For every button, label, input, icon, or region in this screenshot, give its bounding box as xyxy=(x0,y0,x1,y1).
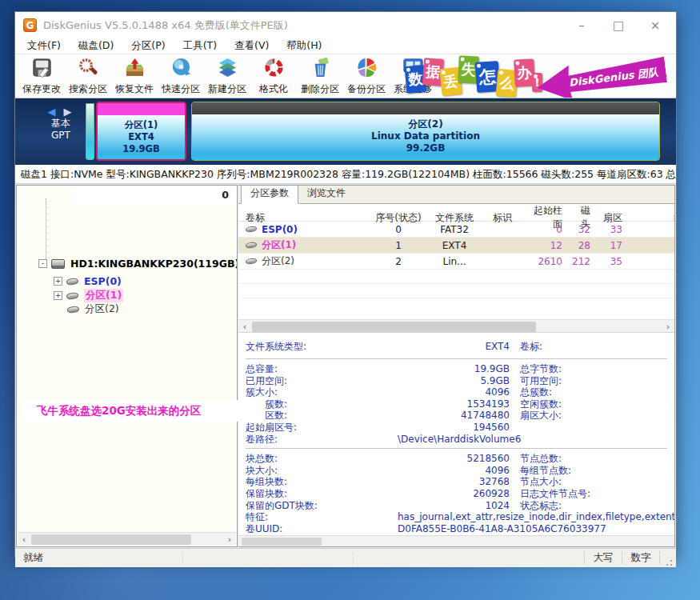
detail-label: 已用空间: xyxy=(246,375,359,387)
detail-value: 1534193 xyxy=(359,398,510,410)
tree-item-disk[interactable]: - HD1:KINGBANKKP230(119GB) xyxy=(38,258,238,270)
cell-head: 32 xyxy=(569,224,597,235)
nav-forward-icon[interactable]: ▶ xyxy=(64,106,74,118)
close-button[interactable]: × xyxy=(639,15,671,36)
filesystem-details: 文件系统类型: EXT4 卷标: 总容量:19.9GB总字节数: 已用空间:5.… xyxy=(238,333,674,546)
menu-item-help[interactable]: 帮助(H) xyxy=(278,39,330,53)
scroll-thumb[interactable] xyxy=(31,534,191,545)
format-button[interactable]: 格式化 xyxy=(250,55,297,97)
banner-tile: ! xyxy=(532,73,542,92)
main-area: 0 - HD1:KINGBANKKP230(119GB) + ESP(0) + … xyxy=(15,184,676,548)
cell-sector: 33 xyxy=(597,224,629,235)
detail-row: 保留块数:260928日志文件节点号: xyxy=(246,488,667,500)
detail-label: 卷路径: xyxy=(246,434,359,446)
detail-row: 簇大小:4096总簇数: xyxy=(246,386,667,398)
toolbar-label: 备份分区 xyxy=(347,82,386,96)
scroll-thumb[interactable] xyxy=(242,538,322,546)
scroll-right-icon[interactable]: › xyxy=(662,321,674,333)
tab-browse-files[interactable]: 浏览文件 xyxy=(298,185,354,203)
promo-banner[interactable]: 数 据 丢 失 怎 么 办 ! DiskGenius 团队 xyxy=(406,54,676,98)
table-horizontal-scrollbar[interactable]: ‹ › xyxy=(238,319,674,333)
detail-label: 节点总数: xyxy=(520,453,562,465)
cell-startcyl: 0 xyxy=(522,224,569,235)
detail-label: 卷UUID: xyxy=(246,523,359,535)
table-row-partition1[interactable]: 分区(1) 1 EXT4 12 28 17 xyxy=(238,238,674,254)
disk-tree-panel: 0 - HD1:KINGBANKKP230(119GB) + ESP(0) + … xyxy=(16,185,238,547)
partition-block-esp[interactable] xyxy=(86,103,94,160)
tree-item-partition2[interactable]: 分区(2) xyxy=(67,302,119,316)
disk-icon xyxy=(51,259,65,269)
nav-back-icon[interactable]: ◀ xyxy=(47,106,58,118)
toolbar-label: 恢复文件 xyxy=(115,82,154,96)
detail-row-fstype: 文件系统类型: EXT4 卷标: xyxy=(246,338,667,355)
menu-item-disk[interactable]: 磁盘(D) xyxy=(70,39,122,53)
cell-fs: FAT32 xyxy=(426,224,482,235)
detail-row: 卷路径:\Device\HarddiskVolume6 xyxy=(246,434,667,446)
tree-horizontal-scrollbar[interactable]: ‹ › xyxy=(18,532,236,546)
toolbar-label: 格式化 xyxy=(259,82,288,96)
scheme-label-line2: GPT xyxy=(38,130,84,142)
scroll-left-icon[interactable]: ‹ xyxy=(18,534,30,546)
tree-item-esp[interactable]: + ESP(0) xyxy=(54,275,122,287)
menu-item-view[interactable]: 查看(V) xyxy=(226,39,278,53)
partition-detail-panel: 分区参数 浏览文件 卷标 序号(状态) 文件系统 标识 起始柱面 磁头 扇区 结… xyxy=(238,185,675,547)
scroll-left-icon[interactable]: ‹ xyxy=(238,321,251,333)
table-row-partition2[interactable]: 分区(2) 2 Lin... 2610 212 35 xyxy=(238,254,674,270)
detail-value: 32768 xyxy=(359,476,510,488)
cell-fs: EXT4 xyxy=(426,240,482,251)
cell-fs: Lin... xyxy=(426,256,482,267)
cell-head: 28 xyxy=(569,240,597,251)
detail-value: \Device\HarddiskVolume6 xyxy=(398,434,521,446)
backup-partition-button[interactable]: 备份分区 xyxy=(343,55,390,97)
maximize-button[interactable]: □ xyxy=(602,15,634,36)
table-row-esp[interactable]: ESP(0) 0 FAT32 0 32 33 xyxy=(238,222,674,238)
detail-row: 总扇区数:41748480扇区大小: xyxy=(246,410,667,422)
menu-item-tools[interactable]: 工具(T) xyxy=(174,39,226,53)
cell-index: 0 xyxy=(370,224,426,235)
detail-row: 已用空间:5.9GB可用空间: xyxy=(246,375,667,387)
detail-label: 特征: xyxy=(246,511,359,523)
detail-label: 文件系统类型: xyxy=(246,338,359,355)
expand-icon[interactable]: + xyxy=(54,291,62,300)
detail-label: 总字节数: xyxy=(520,363,562,375)
titlebar: G DiskGenius V5.5.0.1488 x64 免费版(单文件PE版)… xyxy=(15,12,676,38)
resize-grip[interactable] xyxy=(663,557,674,567)
collapse-icon[interactable]: - xyxy=(38,259,47,268)
tree-item-partition1[interactable]: + 分区(1) xyxy=(54,289,123,302)
partition-block-2[interactable]: 分区(2) Linux Data partition 99.2GB xyxy=(191,102,660,161)
partition-block-1[interactable]: 分区(1) EXT4 19.9GB xyxy=(96,102,186,161)
detail-value: 260928 xyxy=(359,488,510,500)
save-changes-button[interactable]: 保存更改 xyxy=(18,55,65,97)
minimize-button[interactable]: – xyxy=(566,15,598,36)
new-partition-button[interactable]: 新建分区 xyxy=(204,55,250,97)
partition-name: 分区(2) xyxy=(408,118,442,130)
details-horizontal-scrollbar[interactable] xyxy=(238,535,674,546)
menu-item-partition[interactable]: 分区(P) xyxy=(122,39,174,53)
recover-files-button[interactable]: 恢复文件 xyxy=(111,55,158,97)
scroll-thumb[interactable] xyxy=(252,322,536,332)
detail-label: 每组节点数: xyxy=(520,465,571,477)
tab-partition-params[interactable]: 分区参数 xyxy=(241,185,298,204)
menu-item-file[interactable]: 文件(F) xyxy=(18,39,70,53)
new-partition-icon xyxy=(217,57,238,82)
detail-value: 4096 xyxy=(359,465,510,477)
detail-row: 已用簇数:1534193空闲簇数: xyxy=(246,398,667,410)
search-partition-button[interactable]: 搜索分区 xyxy=(65,55,111,97)
partition-icon xyxy=(246,242,258,249)
detail-label: 起始扇区号: xyxy=(246,422,359,434)
detail-value: 1024 xyxy=(359,500,510,512)
expand-icon[interactable]: + xyxy=(54,277,62,286)
partition-icon xyxy=(246,258,258,265)
delete-partition-button[interactable]: 删除分区 xyxy=(297,55,343,97)
divider xyxy=(246,448,667,449)
scroll-right-icon[interactable]: › xyxy=(223,534,236,546)
detail-row: 块大小:4096每组节点数: xyxy=(246,465,667,477)
quick-partition-button[interactable]: 快速分区 xyxy=(158,55,204,97)
cell-startcyl: 2610 xyxy=(522,256,569,267)
partition-map-nav: ◀ ▶ 基本 GPT xyxy=(38,106,84,142)
backup-partition-icon xyxy=(356,57,378,82)
status-ready: 就绪 xyxy=(15,551,43,565)
detail-label: 总簇数: xyxy=(520,386,552,398)
save-icon xyxy=(31,57,53,82)
partition-type-strip xyxy=(98,103,185,115)
